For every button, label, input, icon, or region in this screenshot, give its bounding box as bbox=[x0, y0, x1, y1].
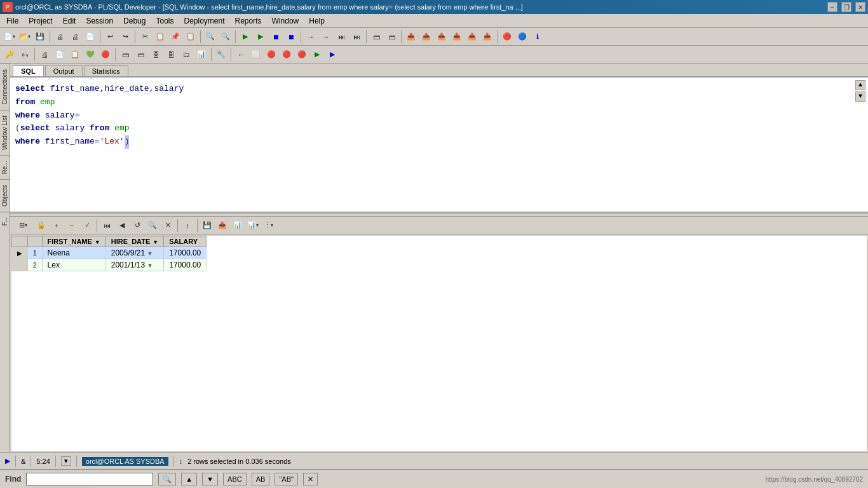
tb2-print2[interactable]: 📄 bbox=[53, 48, 67, 62]
cell-firstname-1[interactable]: Neena bbox=[42, 247, 105, 259]
tb2-print[interactable]: 🖨 bbox=[37, 48, 51, 62]
tab-statistics[interactable]: Statistics bbox=[84, 65, 128, 76]
tb2-wrench[interactable]: 🔧 bbox=[214, 48, 228, 62]
results-export[interactable]: 📤 bbox=[215, 219, 229, 233]
tb-search2[interactable]: 🔍 bbox=[219, 30, 233, 44]
tb-save[interactable]: 💾 bbox=[33, 30, 47, 44]
sidebar-connections[interactable]: Connections bbox=[0, 64, 10, 110]
menu-reports[interactable]: Reports bbox=[230, 15, 267, 27]
results-remove[interactable]: − bbox=[65, 219, 79, 233]
results-sort[interactable]: ↕ bbox=[180, 219, 194, 233]
tb-info3[interactable]: ℹ bbox=[531, 30, 545, 44]
tb-new-dropdown[interactable]: 📄▾ bbox=[3, 30, 17, 44]
tb-paste2[interactable]: 📋 bbox=[184, 30, 198, 44]
sidebar-re[interactable]: Re... bbox=[0, 155, 10, 179]
tb-export6[interactable]: 📤 bbox=[480, 30, 494, 44]
results-chart[interactable]: 📊 bbox=[231, 219, 245, 233]
tb2-rollback[interactable]: 🔴 bbox=[98, 48, 112, 62]
tb-db1[interactable]: 🗃 bbox=[369, 30, 383, 44]
close-button[interactable]: ✕ bbox=[855, 2, 865, 12]
tb2-clear[interactable]: ⬜ bbox=[249, 48, 263, 62]
col-salary[interactable]: SALARY bbox=[164, 236, 207, 247]
cell-hiredate-1[interactable]: 2005/9/21 ▼ bbox=[105, 247, 163, 259]
tb-db2[interactable]: 🗃 bbox=[384, 30, 398, 44]
menu-edit[interactable]: Edit bbox=[58, 15, 81, 27]
col-hire-date[interactable]: HIRE_DATE▼ bbox=[105, 236, 163, 247]
find-down-btn[interactable]: ▼ bbox=[202, 473, 218, 485]
tb-print2[interactable]: 🖨 bbox=[68, 30, 82, 44]
tb-search[interactable]: 🔍 bbox=[203, 30, 217, 44]
tb2-db4[interactable]: 🗄 bbox=[164, 48, 178, 62]
tb-step2[interactable]: → bbox=[319, 30, 333, 44]
results-add[interactable]: + bbox=[50, 219, 64, 233]
cell-hiredate-2[interactable]: 2001/1/13 ▼ bbox=[105, 259, 163, 271]
results-clear2[interactable]: ✕ bbox=[161, 219, 175, 233]
menu-window[interactable]: Window bbox=[267, 15, 304, 27]
tb-cut[interactable]: ✂ bbox=[138, 30, 152, 44]
minimize-button[interactable]: − bbox=[827, 2, 837, 12]
menu-project[interactable]: Project bbox=[24, 15, 57, 27]
results-search2[interactable]: 🔍 bbox=[146, 219, 159, 233]
tb-step3[interactable]: ⏭ bbox=[334, 30, 348, 44]
tb-stop2[interactable]: ⏹ bbox=[284, 30, 298, 44]
menu-file[interactable]: File bbox=[1, 15, 24, 27]
scroll-up[interactable]: ▲ bbox=[855, 80, 865, 90]
results-grid-btn[interactable]: ⊞▾ bbox=[13, 219, 33, 233]
tb2-db3[interactable]: 🗄 bbox=[149, 48, 163, 62]
find-match-case-btn[interactable]: ABC bbox=[223, 473, 247, 485]
tb-run[interactable]: ▶ bbox=[238, 30, 252, 44]
tb-step[interactable]: → bbox=[304, 30, 318, 44]
tb2-key[interactable]: 🗝 bbox=[18, 48, 32, 62]
menu-deployment[interactable]: Deployment bbox=[179, 15, 229, 27]
results-table-container[interactable]: FIRST_NAME▼ HIRE_DATE▼ SALARY ▶ 1 Neena … bbox=[11, 236, 867, 451]
find-up-btn[interactable]: ▲ bbox=[181, 473, 197, 485]
tb2-toggle[interactable]: 🔑 bbox=[3, 48, 17, 62]
scroll-down[interactable]: ▼ bbox=[855, 92, 865, 102]
tb-export5[interactable]: 📤 bbox=[465, 30, 479, 44]
tb2-db5[interactable]: 🗂 bbox=[179, 48, 193, 62]
tb-redo[interactable]: ↪ bbox=[118, 30, 132, 44]
results-chart-drop[interactable]: 📊▾ bbox=[246, 219, 260, 233]
tab-sql[interactable]: SQL bbox=[13, 65, 44, 76]
cell-firstname-2[interactable]: Lex bbox=[42, 259, 105, 271]
find-regex-btn[interactable]: "AB" bbox=[275, 473, 297, 485]
results-lock[interactable]: 🔒 bbox=[34, 219, 48, 233]
tb-info2[interactable]: 🔵 bbox=[515, 30, 529, 44]
tb2-commit[interactable]: 💚 bbox=[83, 48, 97, 62]
menu-tools[interactable]: Tools bbox=[151, 15, 179, 27]
status-dropdown[interactable]: ▾ bbox=[61, 456, 71, 466]
tb-export2[interactable]: 📤 bbox=[419, 30, 433, 44]
tb-step4[interactable]: ⏭ bbox=[349, 30, 363, 44]
results-save[interactable]: 💾 bbox=[200, 219, 214, 233]
tb2-db2[interactable]: 🗃 bbox=[133, 48, 147, 62]
tb-run2[interactable]: ▶ bbox=[254, 30, 268, 44]
tb2-redcircle3[interactable]: 🔴 bbox=[295, 48, 309, 62]
tb2-redcircle[interactable]: 🔴 bbox=[264, 48, 278, 62]
tb-print3[interactable]: 📄 bbox=[83, 30, 97, 44]
tb-print[interactable]: 🖨 bbox=[53, 30, 67, 44]
find-input[interactable] bbox=[26, 473, 153, 485]
sidebar-objects[interactable]: Objects bbox=[0, 179, 10, 212]
table-row[interactable]: 2 Lex 2001/1/13 ▼ 17000.00 bbox=[12, 259, 207, 271]
restore-button[interactable]: ❐ bbox=[841, 2, 851, 12]
menu-debug[interactable]: Debug bbox=[118, 15, 151, 27]
tb-paste[interactable]: 📌 bbox=[168, 30, 182, 44]
tb-copy[interactable]: 📋 bbox=[153, 30, 167, 44]
tb-export1[interactable]: 📤 bbox=[404, 30, 418, 44]
results-more[interactable]: ⋮▾ bbox=[261, 219, 275, 233]
tb2-db6[interactable]: 📊 bbox=[194, 48, 208, 62]
find-options-btn[interactable]: ✕ bbox=[303, 473, 318, 485]
find-search-btn[interactable]: 🔍 bbox=[158, 473, 176, 485]
cell-salary-2[interactable]: 17000.00 bbox=[164, 259, 207, 271]
tb-info[interactable]: 🔴 bbox=[500, 30, 514, 44]
sidebar-windowlist[interactable]: Window List bbox=[0, 110, 10, 155]
tb-stop[interactable]: ⏹ bbox=[269, 30, 283, 44]
menu-help[interactable]: Help bbox=[304, 15, 330, 27]
tb-undo[interactable]: ↩ bbox=[103, 30, 117, 44]
tb-export3[interactable]: 📤 bbox=[435, 30, 449, 44]
results-refresh[interactable]: ↺ bbox=[130, 219, 144, 233]
tb2-redcircle2[interactable]: 🔴 bbox=[280, 48, 294, 62]
results-prev[interactable]: ◀ bbox=[115, 219, 129, 233]
results-first[interactable]: ⏮ bbox=[100, 219, 114, 233]
tb-open-dropdown[interactable]: 📂▾ bbox=[18, 30, 32, 44]
